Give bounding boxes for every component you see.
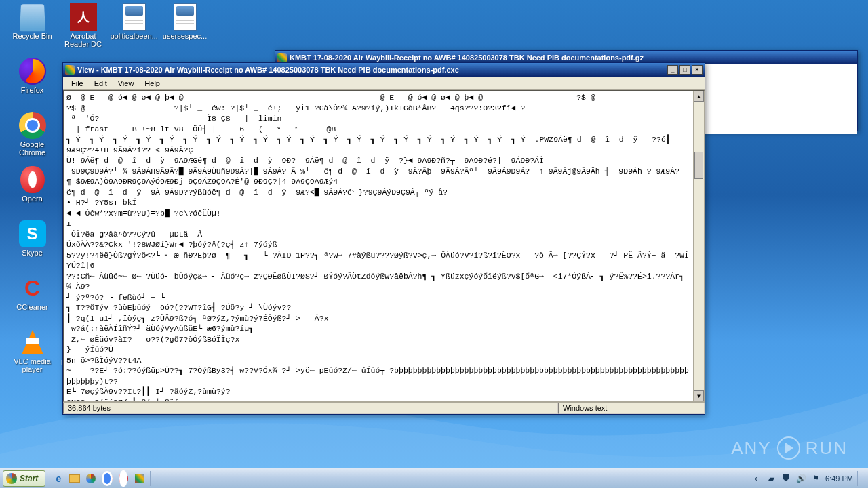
word2-icon bbox=[172, 3, 199, 30]
file-content[interactable]: Ø @ E @ ó◄ @ ø◄ @ þ◄ @ @ E @ ó◄ @ ø◄ @ þ… bbox=[64, 91, 693, 401]
tray-clock[interactable]: 6:49 PM bbox=[825, 474, 853, 483]
icon-label: Google Chrome bbox=[9, 140, 56, 157]
watermark: ANY RUN bbox=[731, 436, 848, 460]
icon-label: Skype bbox=[22, 249, 43, 257]
vertical-scrollbar[interactable]: ▲ ▼ bbox=[693, 91, 704, 401]
scroll-down-button[interactable]: ▼ bbox=[694, 390, 704, 401]
icon-label: Acrobat Reader DC bbox=[60, 32, 107, 48]
app-icon bbox=[65, 65, 75, 75]
icon-label: Opera bbox=[22, 195, 43, 203]
desktop-icon-vlc[interactable]: VLC media player bbox=[7, 325, 58, 380]
watermark-text: RUN bbox=[806, 438, 848, 459]
desktop-icon-word1[interactable]: politicalbeen... bbox=[108, 0, 159, 54]
scroll-up-button[interactable]: ▲ bbox=[694, 91, 704, 102]
desktop-icon-recycle-bin[interactable]: Recycle Bin bbox=[7, 0, 58, 54]
tray-expand-icon[interactable]: ‹ bbox=[751, 473, 762, 484]
desktop-icon-skype[interactable]: SSkype bbox=[7, 217, 58, 271]
ie-icon[interactable]: e bbox=[51, 471, 66, 486]
minimize-button[interactable]: _ bbox=[667, 65, 678, 75]
recycle-bin-icon bbox=[19, 3, 46, 30]
menu-view[interactable]: View bbox=[113, 78, 140, 89]
close-button[interactable]: × bbox=[692, 65, 703, 75]
chrome-icon bbox=[19, 112, 46, 139]
chrome-icon[interactable] bbox=[100, 471, 115, 486]
icon-label: CCleaner bbox=[16, 303, 47, 311]
taskbar: Start e ‹ ▰ ⛊ 🔊 ⚑ 6:49 PM bbox=[0, 468, 868, 488]
menu-edit[interactable]: Edit bbox=[89, 78, 113, 89]
desktop-icon-adobe[interactable]: 人Acrobat Reader DC bbox=[58, 0, 108, 54]
windows-logo-icon bbox=[6, 473, 17, 484]
play-icon bbox=[777, 436, 800, 460]
show-desktop-button[interactable] bbox=[857, 471, 863, 486]
icon-label: Firefox bbox=[21, 86, 44, 94]
menubar: FileEditViewHelp bbox=[63, 77, 705, 90]
status-encoding: Windows text bbox=[558, 403, 705, 414]
firefox-icon bbox=[19, 58, 46, 85]
explorer-icon[interactable] bbox=[67, 471, 82, 486]
titlebar-viewer[interactable]: View - KMBT 17-08-2020 Air Waybill-Recei… bbox=[63, 63, 705, 77]
ccleaner-icon: C bbox=[19, 274, 46, 302]
icon-label: VLC media player bbox=[9, 357, 56, 373]
scroll-thumb[interactable] bbox=[694, 152, 703, 179]
tray-volume-icon[interactable]: 🔊 bbox=[795, 473, 806, 484]
app-icon bbox=[277, 53, 287, 62]
desktop-icon-ccleaner[interactable]: CCCleaner bbox=[7, 271, 58, 325]
menu-file[interactable]: File bbox=[66, 78, 89, 89]
watermark-text: ANY bbox=[731, 438, 771, 459]
word1-icon bbox=[121, 3, 148, 30]
quick-launch: e bbox=[48, 471, 151, 486]
statusbar: 36,864 bytes Windows text bbox=[63, 402, 705, 414]
opera-icon[interactable] bbox=[116, 471, 131, 486]
tray-flag-icon[interactable]: ⚑ bbox=[810, 473, 821, 484]
tray-shield-icon[interactable]: ⛊ bbox=[781, 473, 791, 484]
wmp-icon[interactable] bbox=[83, 471, 98, 486]
start-label: Start bbox=[20, 474, 38, 483]
desktop-icon-opera[interactable]: Opera bbox=[7, 163, 58, 217]
window-title: KMBT 17-08-2020 Air Waybill-Receipt no A… bbox=[290, 54, 855, 62]
vlc-icon bbox=[19, 329, 46, 356]
opera-icon bbox=[19, 166, 46, 193]
system-tray: ‹ ▰ ⛊ 🔊 ⚑ 6:49 PM bbox=[745, 471, 868, 486]
window-title: View - KMBT 17-08-2020 Air Waybill-Recei… bbox=[77, 66, 667, 74]
desktop-icon-chrome[interactable]: Google Chrome bbox=[7, 108, 58, 163]
skype-icon: S bbox=[19, 220, 46, 247]
menu-help[interactable]: Help bbox=[139, 78, 165, 89]
window-viewer: View - KMBT 17-08-2020 Air Waybill-Recei… bbox=[62, 62, 705, 415]
status-size: 36,864 bytes bbox=[63, 403, 558, 414]
task-icon[interactable] bbox=[132, 471, 147, 486]
adobe-icon: 人 bbox=[70, 3, 97, 30]
tray-network-icon[interactable]: ▰ bbox=[766, 473, 776, 484]
maximize-button[interactable]: □ bbox=[679, 65, 690, 75]
icon-label: politicalbeen... bbox=[111, 32, 158, 40]
icon-label: usersespec... bbox=[163, 32, 207, 40]
desktop-icon-word2[interactable]: usersespec... bbox=[159, 0, 210, 54]
start-button[interactable]: Start bbox=[3, 470, 45, 487]
icon-label: Recycle Bin bbox=[12, 32, 52, 40]
desktop-icon-firefox[interactable]: Firefox bbox=[7, 54, 58, 108]
